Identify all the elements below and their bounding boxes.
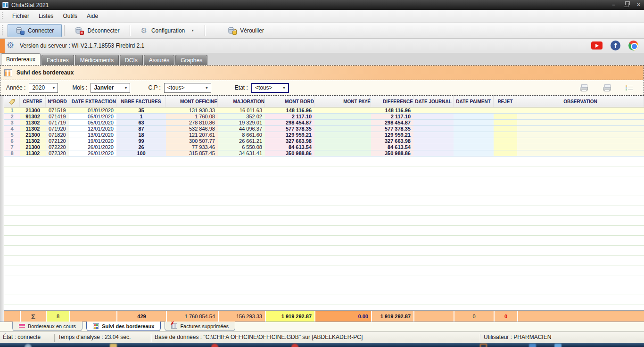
table-cell: 21300 (20, 132, 46, 138)
table-cell: 350 988.86 (265, 150, 314, 156)
table-row[interactable]: 29130207141905/01/202011 760.08352.022 1… (4, 114, 644, 120)
disconnect-button[interactable]: × Déconnecter (67, 24, 127, 37)
blue-app-taskbar-icon[interactable] (529, 344, 536, 347)
table-row[interactable]: 61130207212019/01/202099300 507.7726 661… (4, 138, 644, 144)
summary-cell (517, 311, 644, 322)
database-lock-icon (228, 27, 236, 34)
table-cell: 100 (116, 150, 166, 156)
table-cell: 148 116.96 (371, 107, 413, 113)
table-cell (454, 132, 494, 138)
bottom-tab-3[interactable]: Factures supprimées (165, 322, 235, 331)
toolbar-separator (130, 25, 130, 36)
connect-button-label: Connecter (28, 27, 54, 34)
disconnect-button-label: Déconnecter (87, 27, 119, 34)
table-cell: 1 (4, 107, 20, 113)
blue-app-taskbar-icon[interactable] (554, 344, 561, 347)
table-cell: 11302 (20, 120, 46, 125)
print-icon[interactable] (579, 84, 588, 91)
table-cell (314, 144, 371, 150)
column-header[interactable]: DATE PAIMENT (454, 96, 494, 107)
restore-button[interactable] (624, 3, 628, 7)
column-header[interactable]: DATE EXTRACTION (69, 96, 116, 107)
column-header[interactable]: N°BORD (46, 96, 69, 107)
status-user: Utilisateur : PHARMACIEN (484, 334, 551, 340)
table-row[interactable]: 12130007151901/01/202035131 930.3316 011… (4, 107, 644, 114)
column-header[interactable]: DIFFERENCE (371, 96, 413, 107)
tab-dcis[interactable]: DCIs (120, 55, 143, 65)
summary-cell: 0 (494, 311, 517, 322)
table-cell (517, 114, 644, 119)
bottom-tab-label: Bordereaux en cours (28, 323, 76, 329)
menu-item-outils[interactable]: Outils (58, 10, 82, 22)
grid-header: CENTREN°BORDDATE EXTRACTIONNBRE FACTURES… (4, 96, 644, 107)
column-header[interactable]: CENTRE (20, 96, 46, 107)
tab-factures[interactable]: Factures (41, 55, 74, 65)
column-header[interactable]: MAJORATION (218, 96, 265, 107)
table-cell (454, 138, 494, 144)
column-header[interactable]: DATE JOURNAL (413, 96, 454, 107)
column-header[interactable]: MONT PAYÉ (314, 96, 371, 107)
table-row[interactable]: 72130007222026/01/20202677 933.466 550.0… (4, 144, 644, 150)
column-header[interactable]: MONT OFFICINE (166, 96, 218, 107)
table-cell: 129 959.21 (371, 132, 413, 138)
table-cell (517, 138, 644, 144)
month-select[interactable]: Janvier▼ (91, 83, 130, 93)
table-cell: 121 207.61 (166, 132, 218, 138)
youtube-icon[interactable] (591, 41, 603, 50)
chevron-down-icon: ▼ (282, 86, 286, 90)
connect-button[interactable]: Connecter (8, 24, 62, 37)
facebook-icon[interactable]: f (611, 41, 620, 50)
table-row[interactable]: 52130007182013/01/202018121 207.618 661.… (4, 132, 644, 138)
orange-app-taskbar-icon[interactable] (480, 344, 487, 347)
minimize-button[interactable]: – (612, 0, 615, 10)
start-orb-icon[interactable] (25, 344, 32, 347)
etat-select[interactable]: <tous>▼ (251, 83, 289, 93)
column-header[interactable]: OBSERVATION (517, 96, 644, 107)
lock-button[interactable]: Vérouiller (220, 24, 272, 37)
table-cell: 11302 (20, 138, 46, 144)
table-cell: 327 663.98 (371, 138, 413, 144)
menu-item-listes[interactable]: Listes (34, 10, 58, 22)
column-header[interactable]: REJET (494, 96, 517, 107)
table-cell: 26/01/2020 (69, 144, 116, 150)
table-row[interactable]: 81130207232026/01/2020100315 857.4534 63… (4, 150, 644, 157)
grid-area: CENTREN°BORDDATE EXTRACTIONNBRE FACTURES… (0, 96, 644, 322)
column-header[interactable]: NBRE FACTURES (116, 96, 166, 107)
print-preview-icon[interactable] (603, 84, 611, 91)
red-app-taskbar-icon[interactable] (211, 344, 218, 347)
year-select[interactable]: 2020▼ (29, 83, 58, 93)
chrome-icon[interactable] (628, 41, 638, 50)
tab-bordereaux[interactable]: Bordereaux (1, 53, 41, 65)
tab-graphes[interactable]: Graphes (175, 55, 207, 65)
column-header[interactable]: MONT BORD (265, 96, 314, 107)
table-cell: 26 661.21 (218, 138, 265, 144)
table-cell (314, 107, 371, 113)
table-cell: 072320 (46, 150, 69, 156)
tab-médicaments[interactable]: Médicaments (75, 55, 119, 65)
table-cell: 148 116.96 (265, 107, 314, 113)
table-cell: 18 (116, 132, 166, 138)
table-cell (494, 120, 517, 125)
filter-row: Année : 2020▼ Mois : Janvier▼ C.P : <tou… (0, 80, 644, 95)
app-icon (2, 2, 8, 8)
folder-taskbar-icon[interactable] (110, 344, 117, 347)
table-cell: 298 454.87 (265, 120, 314, 125)
tab-assurés[interactable]: Assurés (144, 55, 174, 65)
table-cell: 05/01/2020 (69, 120, 116, 125)
menu-item-fichier[interactable]: Fichier (8, 10, 34, 22)
table-cell (314, 150, 371, 156)
table-row[interactable]: 41130207192012/01/202087532 846.9844 096… (4, 126, 644, 132)
close-button[interactable]: × (637, 0, 640, 10)
bottom-tab-2[interactable]: Suivi des bordereaux (86, 322, 161, 331)
vertical-scrollbar[interactable] (0, 96, 4, 322)
menubar: FichierListesOutilsAide (0, 10, 644, 23)
cp-select[interactable]: <tous>▼ (164, 83, 211, 93)
summary-cell: Σ (20, 311, 46, 322)
table-row[interactable]: 31130207171905/01/202063278 810.8619 329… (4, 120, 644, 126)
configuration-button[interactable]: ⚙ Configuration ▼ (132, 24, 202, 37)
red-app-taskbar-icon[interactable] (291, 344, 298, 347)
configuration-button-label: Configuration (151, 27, 185, 34)
bottom-tab-1[interactable]: Bordereaux en cours (12, 322, 83, 331)
menu-item-aide[interactable]: Aide (82, 10, 103, 22)
list-view-icon[interactable] (626, 85, 633, 91)
